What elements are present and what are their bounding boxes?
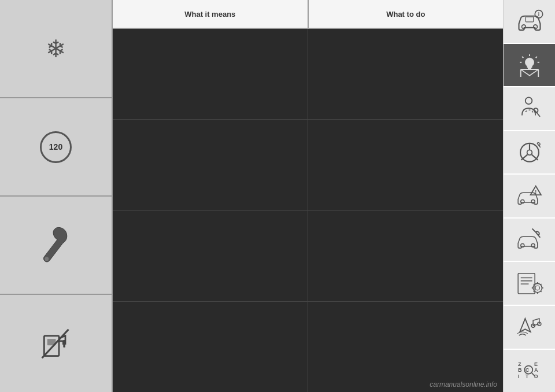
body-cell-1-right bbox=[308, 29, 503, 119]
fuel-row bbox=[0, 295, 112, 392]
svg-rect-3 bbox=[63, 340, 65, 347]
svg-point-10 bbox=[525, 58, 534, 67]
svg-text:!: ! bbox=[535, 189, 536, 195]
svg-point-19 bbox=[525, 97, 532, 104]
sidebar-item-person[interactable] bbox=[504, 87, 555, 131]
icon-column: ❄ 120 bbox=[0, 0, 113, 392]
svg-line-44 bbox=[541, 284, 542, 285]
body-row-1 bbox=[113, 29, 503, 120]
snowflake-icon: ❄ bbox=[46, 35, 66, 63]
sidebar-item-index[interactable]: Z E B A I D C T bbox=[504, 350, 555, 393]
content-area: What it means What to do bbox=[113, 0, 503, 392]
header-what-to-do: What to do bbox=[309, 0, 504, 28]
speed-limit-icon: 120 bbox=[40, 131, 72, 163]
sidebar-item-steering[interactable] bbox=[504, 131, 555, 175]
car-service-icon bbox=[515, 228, 545, 252]
body-cell-3-right bbox=[308, 211, 503, 301]
svg-point-0 bbox=[45, 257, 49, 261]
svg-rect-17 bbox=[527, 68, 531, 69]
svg-point-36 bbox=[535, 286, 539, 290]
body-rows bbox=[113, 29, 503, 392]
svg-text:Z: Z bbox=[518, 361, 521, 367]
body-cell-1-left bbox=[113, 29, 308, 119]
header-row: What it means What to do bbox=[113, 0, 503, 29]
svg-line-42 bbox=[541, 291, 542, 293]
svg-line-12 bbox=[535, 57, 536, 58]
watermark: carmanualsonline.info bbox=[430, 380, 497, 389]
svg-line-13 bbox=[522, 57, 523, 58]
svg-text:i: i bbox=[538, 12, 539, 17]
svg-text:C: C bbox=[525, 367, 529, 373]
svg-rect-16 bbox=[527, 66, 532, 68]
wrench-icon bbox=[40, 225, 72, 265]
wrench-row bbox=[0, 197, 112, 295]
svg-text:E: E bbox=[534, 361, 538, 367]
body-cell-3-left bbox=[113, 211, 308, 301]
speed-row: 120 bbox=[0, 98, 112, 197]
person-tech-icon bbox=[515, 97, 545, 121]
body-cell-4-left bbox=[113, 302, 308, 392]
sidebar-item-car-service[interactable] bbox=[504, 219, 555, 262]
body-cell-2-right bbox=[308, 120, 503, 210]
settings-list-icon bbox=[515, 271, 545, 295]
fuel-pump-icon bbox=[40, 325, 72, 363]
svg-text:A: A bbox=[534, 367, 538, 373]
body-row-3 bbox=[113, 211, 503, 302]
svg-rect-7 bbox=[526, 17, 533, 21]
svg-line-30 bbox=[532, 228, 535, 232]
navigation-music-icon bbox=[515, 315, 545, 339]
body-row-2 bbox=[113, 120, 503, 210]
snowflake-row: ❄ bbox=[0, 0, 112, 98]
header-what-it-means: What it means bbox=[113, 0, 309, 28]
sidebar-item-nav-music[interactable] bbox=[504, 306, 555, 350]
main-container: ❄ 120 bbox=[0, 0, 555, 392]
svg-text:I: I bbox=[518, 373, 520, 379]
car-warning-icon: ! bbox=[515, 184, 545, 208]
body-cell-2-left bbox=[113, 120, 308, 210]
svg-line-43 bbox=[533, 291, 534, 293]
sidebar-item-car-info[interactable]: i bbox=[504, 0, 555, 44]
right-sidebar: i bbox=[503, 0, 555, 392]
index-icon: Z E B A I D C T bbox=[515, 358, 545, 383]
car-info-icon: i bbox=[515, 9, 545, 34]
svg-line-41 bbox=[533, 284, 534, 285]
svg-text:B: B bbox=[518, 367, 522, 373]
warning-message-icon bbox=[515, 53, 545, 77]
sidebar-item-warning-message[interactable] bbox=[504, 44, 555, 88]
sidebar-item-settings[interactable] bbox=[504, 262, 555, 306]
speed-value: 120 bbox=[49, 142, 62, 151]
body-cell-4-right bbox=[308, 302, 503, 392]
svg-point-21 bbox=[527, 150, 532, 156]
body-row-4 bbox=[113, 302, 503, 392]
sidebar-item-car-warning[interactable]: ! bbox=[504, 175, 555, 219]
steering-wheel-icon bbox=[515, 140, 545, 164]
